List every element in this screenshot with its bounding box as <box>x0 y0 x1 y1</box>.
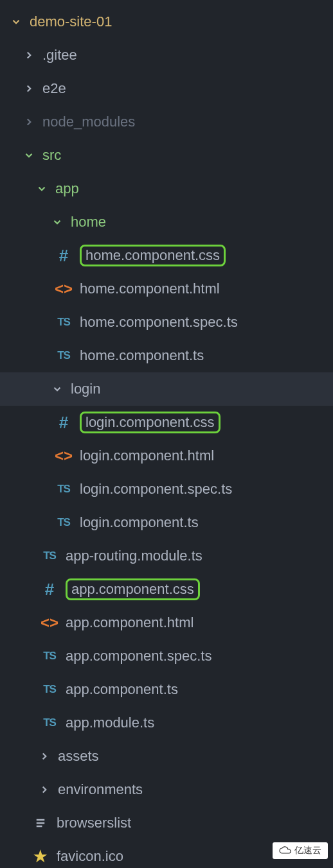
chevron-right-icon <box>22 115 36 129</box>
file-app-module[interactable]: TS app.module.ts <box>0 706 333 740</box>
html-icon: <> <box>40 614 59 632</box>
file-label: browserslist <box>57 815 131 831</box>
file-label: favicon.ico <box>57 848 123 865</box>
file-login-css[interactable]: # login.component.css <box>0 406 333 439</box>
file-label: login.component.ts <box>80 514 199 531</box>
file-tree: demo-site-01 .gitee e2e node_modules src… <box>0 0 333 868</box>
watermark-text: 亿速云 <box>294 845 321 856</box>
folder-label: .gitee <box>42 47 77 64</box>
html-icon: <> <box>54 280 73 298</box>
folder-app[interactable]: app <box>0 172 333 205</box>
chevron-right-icon <box>22 82 36 96</box>
css-icon: # <box>54 413 73 433</box>
file-login-ts[interactable]: TS login.component.ts <box>0 506 333 539</box>
file-label: app.component.spec.ts <box>66 648 212 664</box>
file-label: app-routing.module.ts <box>66 548 203 564</box>
file-login-spec[interactable]: TS login.component.spec.ts <box>0 473 333 506</box>
file-label: home.component.css <box>80 245 226 266</box>
file-home-spec[interactable]: TS home.component.spec.ts <box>0 306 333 339</box>
file-label: home.component.spec.ts <box>80 314 238 331</box>
ts-icon: TS <box>54 516 73 529</box>
ts-icon: TS <box>40 716 59 729</box>
cloud-icon <box>279 846 292 855</box>
css-icon: # <box>54 246 73 266</box>
folder-assets[interactable]: assets <box>0 740 333 773</box>
ts-icon: TS <box>40 683 59 696</box>
file-app-spec[interactable]: TS app.component.spec.ts <box>0 639 333 673</box>
ts-icon: TS <box>54 483 73 496</box>
html-icon: <> <box>54 447 73 465</box>
folder-label: demo-site-01 <box>30 13 112 30</box>
chevron-right-icon <box>22 48 36 62</box>
folder-src[interactable]: src <box>0 139 333 172</box>
ts-icon: TS <box>40 650 59 663</box>
file-app-css[interactable]: # app.component.css <box>0 573 333 606</box>
folder-node-modules[interactable]: node_modules <box>0 105 333 139</box>
chevron-down-icon <box>50 382 64 396</box>
file-browserslist[interactable]: browserslist <box>0 806 333 840</box>
file-label: home.component.ts <box>80 347 204 364</box>
file-label: app.module.ts <box>66 715 154 731</box>
file-app-routing[interactable]: TS app-routing.module.ts <box>0 539 333 573</box>
folder-e2e[interactable]: e2e <box>0 72 333 105</box>
chevron-down-icon <box>50 215 64 229</box>
lines-icon <box>31 817 50 829</box>
watermark: 亿速云 <box>273 842 328 859</box>
folder-gitee[interactable]: .gitee <box>0 39 333 72</box>
folder-label: e2e <box>42 80 66 97</box>
chevron-down-icon <box>9 15 23 29</box>
folder-label: environments <box>58 781 143 798</box>
folder-label: app <box>55 180 79 197</box>
ts-icon: TS <box>54 316 73 329</box>
folder-label: assets <box>58 748 99 765</box>
chevron-down-icon <box>22 148 36 162</box>
file-home-css[interactable]: # home.component.css <box>0 239 333 272</box>
folder-root[interactable]: demo-site-01 <box>0 5 333 39</box>
file-label: app.component.css <box>66 578 200 600</box>
file-login-html[interactable]: <> login.component.html <box>0 439 333 473</box>
file-app-ts[interactable]: TS app.component.ts <box>0 673 333 706</box>
folder-environments[interactable]: environments <box>0 773 333 806</box>
file-home-html[interactable]: <> home.component.html <box>0 272 333 306</box>
folder-label: home <box>71 214 106 230</box>
file-label: login.component.html <box>80 447 214 464</box>
chevron-down-icon <box>35 182 49 196</box>
file-app-html[interactable]: <> app.component.html <box>0 606 333 639</box>
folder-label: src <box>42 147 61 164</box>
file-label: app.component.ts <box>66 681 178 698</box>
star-icon: ★ <box>31 847 50 865</box>
file-label: home.component.html <box>80 281 220 297</box>
file-label: app.component.html <box>66 614 194 631</box>
file-label: login.component.css <box>80 412 221 433</box>
file-label: login.component.spec.ts <box>80 481 232 498</box>
folder-label: node_modules <box>42 114 135 130</box>
folder-home[interactable]: home <box>0 205 333 239</box>
ts-icon: TS <box>40 550 59 562</box>
folder-login[interactable]: login <box>0 372 333 406</box>
folder-label: login <box>71 381 100 397</box>
chevron-right-icon <box>37 783 51 797</box>
css-icon: # <box>40 580 59 600</box>
ts-icon: TS <box>54 349 73 362</box>
file-home-ts[interactable]: TS home.component.ts <box>0 339 333 372</box>
chevron-right-icon <box>37 749 51 763</box>
